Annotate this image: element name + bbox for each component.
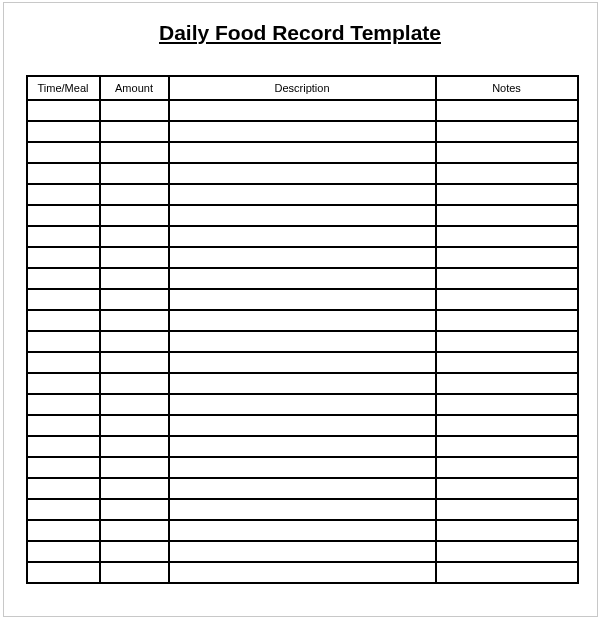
table-cell (169, 247, 436, 268)
table-row (27, 394, 578, 415)
table-cell (169, 268, 436, 289)
table-cell (100, 226, 169, 247)
table-row (27, 415, 578, 436)
table-row (27, 457, 578, 478)
table-cell (27, 415, 100, 436)
table-cell (100, 415, 169, 436)
table-cell (169, 310, 436, 331)
table-cell (100, 289, 169, 310)
table-cell (100, 163, 169, 184)
table-cell (100, 436, 169, 457)
table-cell (100, 184, 169, 205)
table-cell (169, 541, 436, 562)
table-cell (100, 520, 169, 541)
table-row (27, 184, 578, 205)
table-row (27, 100, 578, 121)
table-container: Time/Meal Amount Description Notes (4, 75, 597, 584)
table-cell (169, 499, 436, 520)
table-cell (27, 247, 100, 268)
header-notes: Notes (436, 76, 578, 100)
table-cell (100, 205, 169, 226)
table-cell (169, 394, 436, 415)
document-page: Daily Food Record Template Time/Meal Amo… (3, 2, 598, 617)
table-cell (27, 226, 100, 247)
table-cell (169, 205, 436, 226)
table-row (27, 247, 578, 268)
table-cell (27, 394, 100, 415)
table-cell (169, 436, 436, 457)
table-cell (169, 163, 436, 184)
table-cell (100, 499, 169, 520)
table-cell (27, 373, 100, 394)
table-cell (169, 352, 436, 373)
table-cell (100, 121, 169, 142)
table-row (27, 373, 578, 394)
table-row (27, 142, 578, 163)
table-cell (27, 331, 100, 352)
table-row (27, 562, 578, 583)
table-cell (27, 541, 100, 562)
table-cell (169, 121, 436, 142)
table-cell (436, 352, 578, 373)
table-cell (436, 331, 578, 352)
table-cell (100, 457, 169, 478)
table-cell (436, 184, 578, 205)
table-cell (27, 121, 100, 142)
food-record-table: Time/Meal Amount Description Notes (26, 75, 579, 584)
table-cell (100, 394, 169, 415)
table-cell (100, 562, 169, 583)
table-cell (436, 520, 578, 541)
table-cell (27, 268, 100, 289)
table-cell (169, 520, 436, 541)
table-row (27, 289, 578, 310)
table-row (27, 268, 578, 289)
table-cell (436, 289, 578, 310)
table-cell (436, 415, 578, 436)
table-row (27, 478, 578, 499)
table-row (27, 163, 578, 184)
table-cell (27, 289, 100, 310)
table-cell (100, 541, 169, 562)
header-amount: Amount (100, 76, 169, 100)
table-cell (436, 457, 578, 478)
table-cell (436, 121, 578, 142)
header-time-meal: Time/Meal (27, 76, 100, 100)
table-cell (436, 541, 578, 562)
table-cell (27, 499, 100, 520)
table-cell (100, 331, 169, 352)
table-cell (169, 184, 436, 205)
table-body (27, 100, 578, 583)
table-cell (27, 205, 100, 226)
table-cell (436, 247, 578, 268)
table-cell (436, 436, 578, 457)
table-cell (27, 163, 100, 184)
table-cell (169, 457, 436, 478)
header-description: Description (169, 76, 436, 100)
table-row (27, 310, 578, 331)
table-cell (100, 247, 169, 268)
table-cell (169, 100, 436, 121)
table-cell (436, 394, 578, 415)
table-cell (436, 205, 578, 226)
table-cell (100, 478, 169, 499)
table-cell (169, 415, 436, 436)
table-cell (436, 562, 578, 583)
table-cell (100, 373, 169, 394)
table-row (27, 436, 578, 457)
table-cell (27, 352, 100, 373)
table-cell (100, 268, 169, 289)
table-cell (100, 310, 169, 331)
table-cell (27, 478, 100, 499)
table-row (27, 331, 578, 352)
table-cell (27, 562, 100, 583)
table-cell (169, 142, 436, 163)
table-cell (436, 478, 578, 499)
table-cell (27, 142, 100, 163)
table-cell (169, 331, 436, 352)
table-cell (27, 100, 100, 121)
table-cell (436, 373, 578, 394)
table-cell (436, 226, 578, 247)
page-title: Daily Food Record Template (4, 21, 597, 45)
table-cell (27, 184, 100, 205)
table-cell (100, 352, 169, 373)
